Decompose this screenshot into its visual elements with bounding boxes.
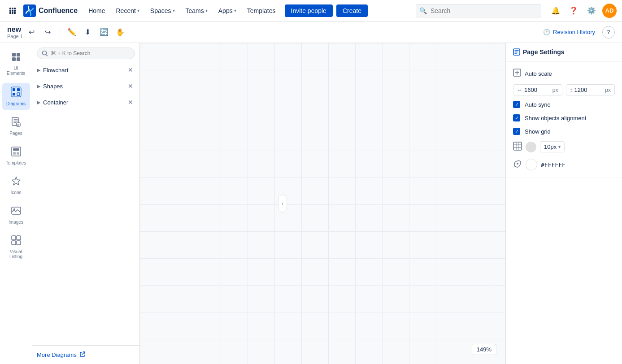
confluence-logo[interactable]: Confluence (23, 4, 78, 17)
nav-apps[interactable]: Apps ▾ (215, 5, 240, 16)
height-input-group[interactable]: ↕ 1200 px (566, 84, 615, 95)
svg-rect-8 (14, 12, 16, 14)
svg-rect-31 (17, 241, 21, 245)
auto-sync-checkbox[interactable] (513, 101, 520, 108)
background-color-hex: #FFFFFF (541, 161, 565, 168)
external-link-icon (79, 351, 86, 359)
editor-toolbar: new Page 1 ↩ ↪ ✏️ ⬇ 🔄 ✋ 🕐 Revision Histo… (0, 22, 622, 43)
auto-scale-label: Auto scale (525, 70, 615, 77)
images-label: Images (9, 220, 23, 225)
background-color-swatch[interactable] (526, 159, 537, 170)
height-arrow-icon: ↕ (570, 87, 573, 93)
diagrams-label: Diagrams (6, 101, 26, 106)
background-color-row: #FFFFFF (513, 159, 615, 170)
auto-sync-row: Auto sync (513, 101, 615, 108)
undo-button[interactable]: ↩ (25, 25, 39, 39)
svg-rect-22 (13, 148, 19, 151)
show-objects-alignment-checkbox[interactable] (513, 114, 520, 121)
grid-color-swatch[interactable] (526, 142, 536, 152)
help-button[interactable]: ? (602, 26, 615, 39)
notification-bell-icon[interactable]: 🔔 (548, 4, 563, 18)
nav-home[interactable]: Home (85, 5, 109, 16)
more-diagrams-link[interactable]: More Diagrams (37, 351, 77, 358)
nav-spaces[interactable]: Spaces ▾ (147, 5, 178, 16)
grid-size-icon (513, 142, 522, 152)
sidebar-item-ui-elements[interactable]: UI Elements (2, 48, 30, 79)
invite-people-button[interactable]: Invite people (285, 4, 333, 17)
search-icon: 🔍 (419, 7, 427, 14)
sync-button[interactable]: 🔄 (97, 25, 111, 39)
sidebar-item-templates[interactable]: Templates (2, 143, 30, 169)
grid-size-select[interactable]: 10px ▾ (540, 141, 565, 152)
panel-search-input[interactable] (51, 50, 130, 56)
ui-elements-label: UI Elements (5, 66, 27, 76)
width-input-group[interactable]: ↔ 1600 px (513, 84, 562, 95)
nav-teams[interactable]: Teams ▾ (182, 5, 211, 16)
grid-size-row: 10px ▾ (513, 141, 615, 152)
panel-search-icon (42, 50, 48, 56)
show-objects-alignment-row: Show objects alignment (513, 114, 615, 121)
svg-rect-28 (12, 236, 16, 240)
show-grid-checkbox[interactable] (513, 128, 520, 135)
left-panel-collapse-button[interactable]: ‹ (278, 195, 287, 212)
container-section-header[interactable]: ▶ Container ✕ (32, 94, 139, 110)
nav-recent[interactable]: Recent ▾ (112, 5, 143, 16)
edit-button[interactable]: ✏️ (65, 25, 79, 39)
svg-rect-4 (12, 10, 13, 12)
auto-scale-icon (513, 69, 521, 79)
shapes-section-header[interactable]: ▶ Shapes ✕ (32, 78, 139, 94)
sidebar-item-diagrams[interactable]: Diagrams (2, 83, 30, 110)
auto-sync-label: Auto sync (525, 101, 550, 108)
revision-history-button[interactable]: 🕐 Revision History (538, 26, 600, 38)
flowchart-section-header[interactable]: ▶ Flowchart ✕ (32, 62, 139, 78)
sidebar-item-pages[interactable]: Pages (2, 113, 30, 139)
nav-templates[interactable]: Templates (244, 5, 279, 16)
sidebar-item-icons[interactable]: Icons (2, 173, 30, 199)
main-layout: UI Elements Diagrams (0, 43, 622, 364)
right-panel-header: Page Settings (506, 43, 622, 61)
svg-rect-30 (12, 241, 16, 245)
show-objects-alignment-label: Show objects alignment (525, 115, 586, 121)
flowchart-title: Flowchart (43, 67, 123, 74)
brand-name: Confluence (39, 7, 78, 15)
background-color-icon (513, 159, 522, 170)
avatar[interactable]: AD (602, 4, 617, 18)
svg-rect-2 (14, 8, 16, 9)
apps-grid-icon[interactable] (5, 4, 20, 18)
svg-rect-5 (14, 10, 16, 12)
grid-size-chevron: ▾ (558, 144, 561, 149)
shapes-title: Shapes (43, 83, 123, 90)
svg-rect-11 (17, 53, 20, 56)
redo-button[interactable]: ↪ (41, 25, 55, 39)
canvas-area[interactable]: 149% (140, 43, 505, 364)
svg-rect-13 (17, 57, 20, 61)
top-navigation: Confluence Home Recent ▾ Spaces ▾ Teams … (0, 0, 622, 22)
shapes-close-icon[interactable]: ✕ (126, 82, 135, 91)
templates-icon (11, 147, 21, 159)
icons-icon (11, 176, 21, 188)
svg-rect-35 (513, 142, 522, 150)
search-bar[interactable]: 🔍 (416, 4, 541, 17)
show-grid-row: Show grid (513, 128, 615, 135)
svg-rect-15 (13, 88, 15, 91)
download-button[interactable]: ⬇ (81, 25, 95, 39)
flowchart-close-icon[interactable]: ✕ (126, 65, 135, 74)
svg-rect-0 (9, 8, 11, 9)
sidebar-item-visual-listing[interactable]: Visual Listing (2, 232, 30, 263)
diagrams-icon (11, 87, 22, 100)
create-button[interactable]: Create (336, 4, 368, 17)
revision-history-icon: 🕐 (543, 29, 550, 35)
search-box[interactable] (37, 48, 135, 59)
help-icon[interactable]: ❓ (566, 4, 581, 18)
page-subtitle: Page 1 (7, 34, 23, 39)
svg-point-40 (517, 163, 518, 165)
apps-chevron: ▾ (234, 8, 236, 13)
settings-icon[interactable]: ⚙️ (584, 4, 599, 18)
sidebar-item-images[interactable]: Images (2, 202, 30, 228)
container-close-icon[interactable]: ✕ (126, 98, 135, 107)
pan-button[interactable]: ✋ (113, 25, 127, 39)
svg-rect-12 (12, 57, 16, 61)
svg-rect-17 (13, 93, 15, 95)
height-value: 1200 (574, 87, 604, 93)
search-input[interactable] (416, 4, 541, 17)
